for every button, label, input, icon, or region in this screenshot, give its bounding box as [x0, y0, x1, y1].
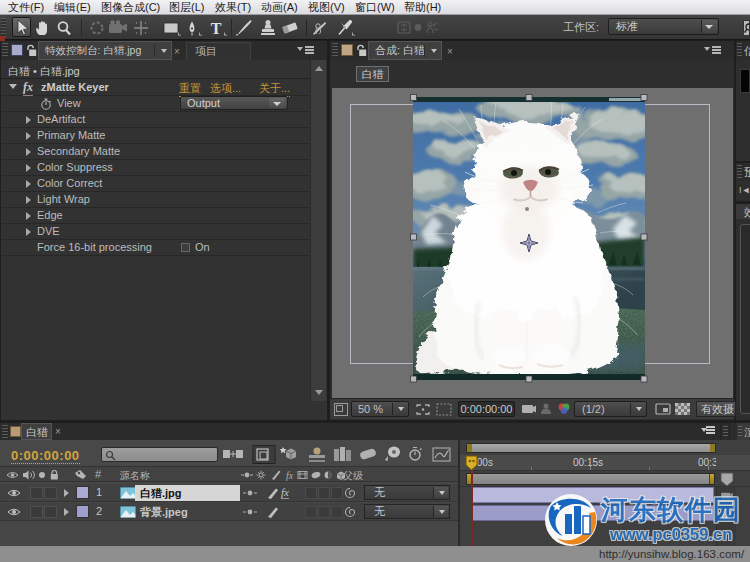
svg-text:fx: fx — [286, 470, 294, 481]
svg-text:T: T — [211, 20, 222, 37]
